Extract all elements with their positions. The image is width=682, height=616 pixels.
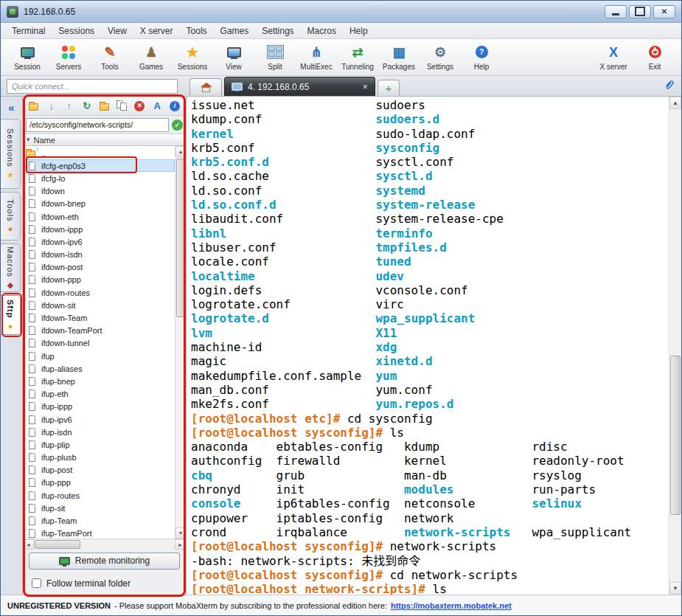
file-row[interactable]: ifup-TeamPort <box>23 527 175 539</box>
file-row[interactable]: ifup-bnep <box>23 375 175 387</box>
minimize-button[interactable] <box>605 5 627 18</box>
download-button[interactable]: ↓ <box>44 98 60 114</box>
file-list-header[interactable]: ▾ Name <box>23 134 186 146</box>
file-row[interactable]: ifdown <box>23 185 175 198</box>
parent-dir-row[interactable]: ↑.. <box>23 147 175 159</box>
side-tab-tools[interactable]: Tools● <box>1 192 21 240</box>
terminal-scroll-up-icon[interactable]: ▲ <box>669 97 681 109</box>
upload-button[interactable]: ↑ <box>61 98 77 114</box>
path-ok-icon[interactable]: ✓ <box>172 120 183 131</box>
session-button[interactable]: Session <box>7 41 48 75</box>
file-row[interactable]: ifdown-ppp <box>23 274 175 286</box>
info-button[interactable]: i <box>167 98 183 114</box>
file-row[interactable]: ifdown-TeamPort <box>23 325 175 337</box>
servers-button[interactable]: Servers <box>48 41 89 75</box>
menu-tools[interactable]: Tools <box>180 24 214 38</box>
file-row[interactable]: ifdown-sit <box>23 299 175 311</box>
tab-home[interactable] <box>189 78 222 96</box>
file-row[interactable]: ifup-ipv6 <box>23 413 175 426</box>
terminal-scrollbar[interactable]: ▲ ▼ <box>669 97 681 595</box>
scroll-left-icon[interactable]: ◄ <box>23 539 34 550</box>
quick-connect-input[interactable] <box>7 79 178 94</box>
close-button[interactable] <box>653 5 675 18</box>
file-name: ifdown <box>41 187 65 195</box>
copy-button[interactable] <box>114 98 130 114</box>
exit-button[interactable]: Exit <box>634 41 675 75</box>
sftp-path-input[interactable] <box>26 118 169 132</box>
terminal-scrollbar-thumb[interactable] <box>670 356 681 515</box>
file-row[interactable]: ifdown-Team <box>23 311 175 324</box>
menu-terminal[interactable]: Terminal <box>5 24 52 38</box>
file-row[interactable]: ifup-ppp <box>23 477 175 489</box>
split-button[interactable]: Split <box>254 41 296 75</box>
remote-monitoring-button[interactable]: Remote monitoring <box>29 553 180 570</box>
attachments-icon[interactable] <box>658 79 681 94</box>
side-tab-sessions[interactable]: Sessions★ <box>1 119 21 189</box>
file-list-scrollbar-thumb[interactable] <box>176 159 185 317</box>
file-row[interactable]: ifdown-ippp <box>23 223 175 235</box>
file-row[interactable]: ifdown-bnep <box>23 198 175 210</box>
tab-active-session[interactable]: 4. 192.168.0.65 × <box>224 77 375 96</box>
menu-x-server[interactable]: X server <box>133 24 180 38</box>
side-tab-sftp[interactable]: Sftp● <box>1 295 21 335</box>
tab-close-icon[interactable]: × <box>362 81 368 92</box>
sessions-button[interactable]: ★Sessions <box>172 41 213 75</box>
file-row[interactable]: ifdown-routes <box>23 286 175 299</box>
view-button[interactable]: View <box>213 41 254 75</box>
menu-macros[interactable]: Macros <box>301 24 343 38</box>
file-row[interactable]: ifdown-eth <box>23 210 175 223</box>
tools-button[interactable]: ✎Tools <box>89 41 131 75</box>
file-row[interactable]: ifup-ippp <box>23 401 175 413</box>
file-row[interactable]: ifup-post <box>23 464 175 477</box>
file-row[interactable]: ifup-aliases <box>23 362 175 375</box>
file-name: ifdown-bnep <box>41 199 86 208</box>
font-button[interactable]: A <box>149 98 165 114</box>
settings-button[interactable]: ⚙Settings <box>420 41 461 75</box>
file-row[interactable]: ifcfg-lo <box>23 172 175 184</box>
file-row[interactable]: ifup-isdn <box>23 426 175 438</box>
file-row[interactable]: ifup-sit <box>23 502 175 514</box>
file-list-scrollbar[interactable]: ▲ ▼ <box>175 146 186 539</box>
x-server-button[interactable]: XX server <box>593 41 634 75</box>
file-row[interactable]: ifup-Team <box>23 514 175 527</box>
delete-button[interactable]: ✕ <box>131 98 147 114</box>
file-list-hscrollbar[interactable]: ◄ ► <box>23 539 186 550</box>
file-list-hscrollbar-thumb[interactable] <box>35 540 80 549</box>
follow-terminal-folder-checkbox[interactable] <box>32 578 41 588</box>
servers-icon <box>62 44 75 60</box>
help-button[interactable]: ?Help <box>461 41 502 75</box>
file-row[interactable]: ifcfg-enp0s3 <box>23 159 175 172</box>
terminal-scroll-down-icon[interactable]: ▼ <box>669 582 681 595</box>
scroll-right-icon[interactable]: ► <box>175 539 186 550</box>
menu-settings[interactable]: Settings <box>255 24 300 38</box>
tunneling-button[interactable]: ⇄Tunneling <box>337 41 378 75</box>
maximize-button[interactable] <box>629 5 651 18</box>
menu-sessions[interactable]: Sessions <box>52 24 101 38</box>
file-row[interactable]: ifup-plusb <box>23 451 175 464</box>
menu-view[interactable]: View <box>101 24 133 38</box>
file-row[interactable]: ifdown-post <box>23 261 175 274</box>
menu-games[interactable]: Games <box>214 24 256 38</box>
open-folder-button[interactable] <box>97 98 113 114</box>
file-row[interactable]: ifdown-tunnel <box>23 337 175 350</box>
file-row[interactable]: ifdown-ipv6 <box>23 235 175 248</box>
file-row[interactable]: ifup-routes <box>23 489 175 502</box>
terminal-output[interactable]: issue.net sudoerskdump.conf sudoers.dker… <box>187 97 669 595</box>
collapse-sidebar-button[interactable]: « <box>1 97 22 117</box>
scroll-down-icon[interactable]: ▼ <box>175 527 186 539</box>
new-tab-button[interactable]: + <box>377 80 400 96</box>
side-tab-macros[interactable]: Macros◆ <box>1 243 21 292</box>
file-row[interactable]: ifup-plip <box>23 438 175 451</box>
file-list: ↑..ifcfg-enp0s3ifcfg-loifdownifdown-bnep… <box>23 146 175 539</box>
file-row[interactable]: ifup-eth <box>23 388 175 401</box>
menu-help[interactable]: Help <box>343 24 375 38</box>
multiexec-button[interactable]: ⋔MultiExec <box>296 41 337 75</box>
scroll-up-icon[interactable]: ▲ <box>175 146 186 157</box>
file-row[interactable]: ifdown-isdn <box>23 249 175 261</box>
games-button[interactable]: ♟Games <box>131 41 172 75</box>
packages-button[interactable]: ▦Packages <box>378 41 420 75</box>
refresh-button[interactable]: ↻ <box>79 98 95 114</box>
new-folder-button[interactable] <box>26 98 42 114</box>
file-row[interactable]: ifup <box>23 350 175 362</box>
statusbar-link[interactable]: https://mobaxterm.mobatek.net <box>391 601 512 610</box>
